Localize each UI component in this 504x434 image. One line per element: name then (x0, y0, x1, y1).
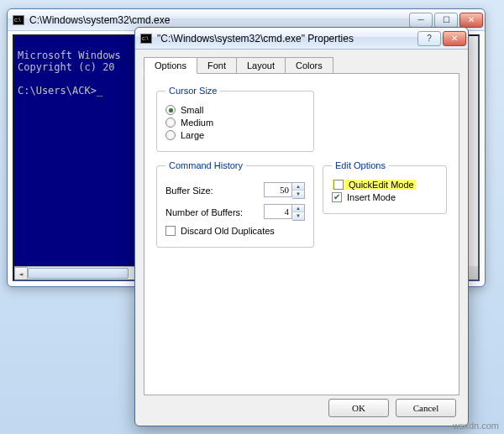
radio-icon (165, 118, 176, 128)
cmd-prompt: C:\Users\ACK> (18, 85, 97, 97)
radio-icon (165, 130, 176, 140)
buffer-size-input[interactable] (264, 182, 292, 197)
checkbox-icon: ✔ (333, 180, 344, 190)
spin-up-icon[interactable]: ▲ (292, 205, 304, 212)
watermark: wsxdn.com (453, 421, 499, 431)
radio-icon (165, 105, 176, 115)
tab-font[interactable]: Font (197, 57, 237, 74)
buffer-size-spinner[interactable]: ▲▼ (264, 182, 305, 199)
cmd-output-line: Copyright (c) 20 (18, 61, 115, 73)
num-buffers-spinner[interactable]: ▲▼ (264, 204, 305, 221)
spin-down-icon[interactable]: ▼ (292, 191, 304, 198)
cmd-icon: c:\ (13, 15, 24, 25)
check-quickedit[interactable]: ✔ QuickEdit Mode (332, 180, 438, 190)
tab-colors[interactable]: Colors (285, 57, 333, 74)
spin-down-icon[interactable]: ▼ (292, 212, 304, 220)
properties-dialog: c:\ "C:\Windows\system32\cmd.exe" Proper… (134, 27, 469, 426)
tab-options[interactable]: Options (144, 57, 197, 74)
group-cursor-size: Cursor Size Small Medium Large (156, 86, 314, 152)
check-discard-duplicates[interactable]: ✔ Discard Old Duplicates (165, 226, 305, 236)
minimize-button[interactable]: ─ (409, 13, 433, 28)
dialog-title: "C:\Windows\system32\cmd.exe" Properties (157, 33, 416, 44)
cmd-icon: c:\ (140, 34, 152, 44)
num-buffers-input[interactable] (264, 204, 292, 219)
group-legend: Command History (165, 160, 246, 170)
tab-panel-options: Cursor Size Small Medium Large Comma (144, 73, 459, 395)
dialog-titlebar[interactable]: c:\ "C:\Windows\system32\cmd.exe" Proper… (135, 28, 468, 50)
cancel-button[interactable]: Cancel (396, 399, 456, 417)
checkbox-label: Insert Mode (347, 192, 396, 202)
scroll-left-icon[interactable]: ◄ (14, 267, 28, 280)
cmd-title: C:\Windows\system32\cmd.exe (29, 14, 407, 26)
cmd-output-line: Microsoft Windows (18, 50, 121, 61)
radio-small[interactable]: Small (165, 105, 305, 115)
tab-layout[interactable]: Layout (236, 57, 286, 74)
tab-strip: Options Font Layout Colors (144, 56, 459, 73)
check-insert-mode[interactable]: ✔ Insert Mode (332, 192, 438, 202)
help-button[interactable]: ? (417, 31, 441, 46)
group-legend: Cursor Size (165, 86, 220, 96)
group-legend: Edit Options (332, 160, 389, 170)
checkbox-icon: ✔ (332, 192, 342, 202)
spin-up-icon[interactable]: ▲ (292, 183, 304, 191)
checkbox-icon: ✔ (165, 226, 176, 236)
group-edit-options: Edit Options ✔ QuickEdit Mode ✔ Insert M… (323, 160, 447, 214)
checkbox-label: QuickEdit Mode (349, 180, 414, 190)
radio-label: Small (181, 105, 204, 115)
close-button[interactable]: ✕ (459, 13, 483, 28)
group-command-history: Command History Buffer Size: ▲▼ Number o… (156, 160, 314, 248)
num-buffers-label: Number of Buffers: (165, 207, 264, 217)
maximize-button[interactable]: ☐ (434, 13, 458, 28)
radio-medium[interactable]: Medium (165, 118, 305, 128)
cmd-cursor: _ (97, 85, 102, 97)
radio-label: Medium (181, 118, 213, 128)
radio-large[interactable]: Large (165, 130, 305, 140)
scroll-thumb[interactable] (28, 268, 129, 279)
close-button[interactable]: ✕ (443, 31, 466, 46)
ok-button[interactable]: OK (328, 399, 389, 417)
radio-label: Large (181, 130, 204, 140)
buffer-size-label: Buffer Size: (165, 186, 264, 196)
checkbox-label: Discard Old Duplicates (181, 226, 275, 236)
